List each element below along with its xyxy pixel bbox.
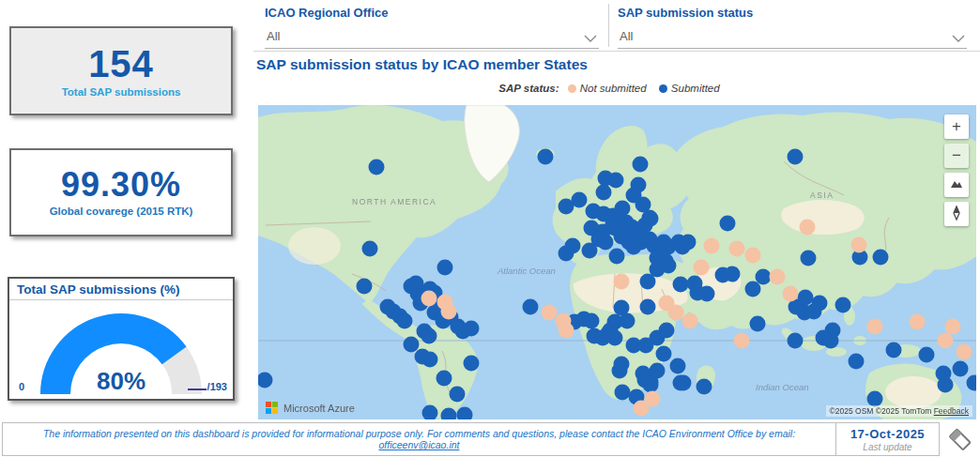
map-point-submitted[interactable] <box>699 286 715 302</box>
gauge-target-line <box>188 388 207 390</box>
map-point-submitted[interactable] <box>436 371 452 387</box>
map-point-submitted[interactable] <box>464 356 480 372</box>
map-point-not-submitted[interactable] <box>682 313 698 329</box>
map-point-submitted[interactable] <box>788 333 804 349</box>
map-legend: SAP status: Not submitted Submitted <box>256 83 972 94</box>
map-point-not-submitted[interactable] <box>938 333 954 349</box>
map-point-submitted[interactable] <box>640 299 656 315</box>
tomtom-copyright: ©2025 TomTom <box>876 406 932 416</box>
map-point-submitted[interactable] <box>598 235 614 251</box>
map-point-submitted[interactable] <box>756 269 772 285</box>
map-point-not-submitted[interactable] <box>634 401 650 417</box>
map-point-submitted[interactable] <box>457 407 473 420</box>
zoom-out-button[interactable]: − <box>944 144 969 168</box>
map-point-not-submitted[interactable] <box>910 314 926 330</box>
filter-submission-status-dropdown[interactable]: All <box>618 25 967 49</box>
map-point-submitted[interactable] <box>720 216 736 232</box>
map-point-not-submitted[interactable] <box>957 344 972 360</box>
map-point-submitted[interactable] <box>673 277 689 293</box>
map-point-submitted[interactable] <box>397 313 413 329</box>
map-point-submitted[interactable] <box>650 330 666 346</box>
map-point-not-submitted[interactable] <box>668 305 684 321</box>
map-point-submitted[interactable] <box>643 377 659 393</box>
map-point-submitted[interactable] <box>538 149 554 165</box>
map-point-not-submitted[interactable] <box>559 323 574 339</box>
map-point-submitted[interactable] <box>938 377 954 393</box>
map-point-submitted[interactable] <box>421 328 437 344</box>
map-point-submitted[interactable] <box>607 330 623 346</box>
map-point-not-submitted[interactable] <box>694 260 710 276</box>
map-point-submitted[interactable] <box>886 343 902 358</box>
map-point-submitted[interactable] <box>873 250 889 266</box>
map-point-not-submitted[interactable] <box>421 291 437 307</box>
map-point-submitted[interactable] <box>788 149 804 165</box>
map-point-submitted[interactable] <box>670 358 686 374</box>
map-point-not-submitted[interactable] <box>867 319 883 335</box>
map-point-submitted[interactable] <box>559 246 574 262</box>
map-point-submitted[interactable] <box>725 267 741 282</box>
map-point-submitted[interactable] <box>633 157 649 173</box>
map-point-submitted[interactable] <box>523 299 539 315</box>
map-point-submitted[interactable] <box>681 235 697 251</box>
map-point-not-submitted[interactable] <box>945 319 961 335</box>
map-point-submitted[interactable] <box>362 241 378 257</box>
map-point-submitted[interactable] <box>656 346 672 362</box>
map-point-submitted[interactable] <box>582 243 598 259</box>
world-map[interactable]: NORTH AMERICAAtlantic OceanASIAIndian Oc… <box>258 105 976 419</box>
feedback-link[interactable]: Feedback <box>934 406 969 416</box>
map-point-submitted[interactable] <box>596 185 612 201</box>
map-point-submitted[interactable] <box>608 173 624 189</box>
map-point-submitted[interactable] <box>559 199 574 215</box>
map-point-submitted[interactable] <box>835 297 851 313</box>
map-point-submitted[interactable] <box>967 375 977 391</box>
map-point-submitted[interactable] <box>607 221 623 236</box>
map-point-not-submitted[interactable] <box>800 220 816 236</box>
map-point-submitted[interactable] <box>867 391 883 407</box>
email-link[interactable]: officeenv@icao.int <box>379 439 460 450</box>
map-point-submitted[interactable] <box>258 373 273 388</box>
map-point-submitted[interactable] <box>650 262 666 278</box>
map-point-not-submitted[interactable] <box>734 333 750 349</box>
map-point-submitted[interactable] <box>745 282 761 297</box>
map-point-submitted[interactable] <box>676 375 692 391</box>
kpi-card-total-submissions: 154 Total SAP submissions <box>9 26 233 115</box>
map-point-not-submitted[interactable] <box>614 274 630 290</box>
map-point-submitted[interactable] <box>801 251 817 267</box>
gauge-card-total-submissions-pct: Total SAP submissions (%) 0 80% /193 <box>8 277 235 401</box>
map-point-submitted[interactable] <box>849 354 865 370</box>
map-point-submitted[interactable] <box>609 249 625 265</box>
map-point-submitted[interactable] <box>620 313 635 329</box>
reset-filters-button[interactable] <box>940 422 980 456</box>
map-point-submitted[interactable] <box>357 279 373 295</box>
map-point-submitted[interactable] <box>584 313 600 329</box>
map-point-submitted[interactable] <box>612 363 628 379</box>
map-point-not-submitted[interactable] <box>542 305 558 321</box>
legend-item-submitted[interactable]: Submitted <box>659 83 720 94</box>
map-point-submitted[interactable] <box>806 304 822 320</box>
map-point-submitted[interactable] <box>750 316 766 332</box>
map-point-not-submitted[interactable] <box>441 304 457 320</box>
map-point-not-submitted[interactable] <box>783 286 799 302</box>
map-point-submitted[interactable] <box>953 361 969 377</box>
compass-button[interactable] <box>944 202 969 226</box>
map-point-submitted[interactable] <box>450 387 466 403</box>
pitch-button[interactable] <box>944 173 969 197</box>
zoom-in-button[interactable]: + <box>944 114 969 139</box>
map-point-submitted[interactable] <box>464 321 480 337</box>
map-point-submitted[interactable] <box>404 337 420 353</box>
map-point-not-submitted[interactable] <box>851 237 867 253</box>
map-point-submitted[interactable] <box>437 260 453 276</box>
map-point-submitted[interactable] <box>615 385 631 401</box>
map-point-submitted[interactable] <box>697 379 712 395</box>
map-point-submitted[interactable] <box>643 211 659 227</box>
map-point-submitted[interactable] <box>369 160 385 175</box>
map-point-not-submitted[interactable] <box>704 238 720 254</box>
map-point-not-submitted[interactable] <box>729 241 745 257</box>
map-point-not-submitted[interactable] <box>770 269 786 285</box>
filter-regional-office-dropdown[interactable]: All <box>265 25 599 49</box>
legend-item-not-submitted[interactable]: Not submitted <box>568 83 647 94</box>
map-point-submitted[interactable] <box>919 347 935 363</box>
map-point-not-submitted[interactable] <box>745 248 761 264</box>
map-point-submitted[interactable] <box>422 352 438 368</box>
map-point-submitted[interactable] <box>823 333 839 349</box>
